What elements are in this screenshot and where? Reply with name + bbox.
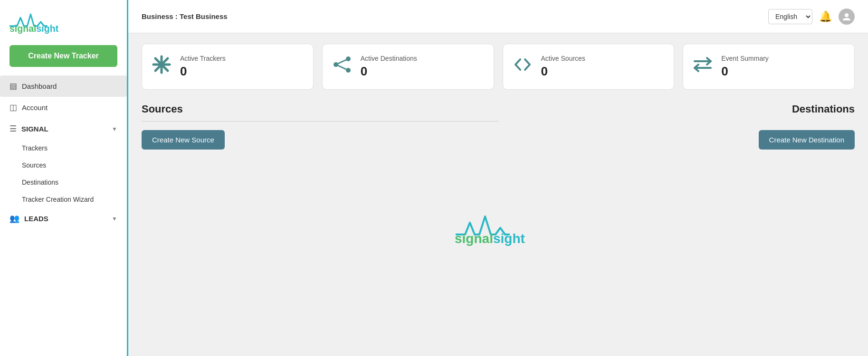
sidebar: signalsight Create New Tracker ▤ Dashboa… [0, 0, 128, 356]
business-name: Test Business [180, 12, 228, 20]
sidebar-item-sources[interactable]: Sources [0, 157, 127, 174]
stat-info-trackers: Active Trackers 0 [180, 55, 226, 79]
destinations-title: Destinations [792, 103, 855, 115]
stats-row: Active Trackers 0 Active Destinations 0 [128, 33, 868, 98]
transfer-icon [693, 55, 713, 79]
sources-divider [142, 121, 498, 122]
monitor-icon: ◫ [10, 103, 17, 112]
menu-icon: ☰ [10, 124, 17, 134]
logo-area: signalsight [0, 0, 127, 41]
bar-chart-icon: ▤ [10, 81, 17, 91]
stat-label-trackers: Active Trackers [180, 55, 226, 62]
svg-line-9 [336, 59, 348, 65]
chevron-down-icon-leads: ▼ [112, 215, 117, 222]
sources-title: Sources [142, 103, 498, 115]
business-info: Business : Test Business [142, 12, 228, 20]
sidebar-item-tracker-wizard[interactable]: Tracker Creation Wizard [0, 191, 127, 208]
user-avatar[interactable] [839, 9, 855, 25]
stat-card-event-summary: Event Summary 0 [683, 44, 855, 90]
code-icon [513, 55, 533, 79]
header: Business : Test Business English Spanish… [128, 0, 868, 33]
notification-bell-icon[interactable]: 🔔 [819, 10, 832, 23]
sidebar-item-account[interactable]: ◫ Account [0, 97, 127, 118]
sidebar-item-destinations[interactable]: Destinations [0, 174, 127, 191]
stat-value-event-summary: 0 [721, 64, 769, 79]
destinations-section: Destinations Create New Destination [498, 103, 855, 347]
svg-text:signalsight: signalsight [455, 231, 525, 246]
svg-text:signalsight: signalsight [10, 23, 59, 34]
sidebar-item-dashboard[interactable]: ▤ Dashboard [0, 75, 127, 97]
svg-line-10 [336, 65, 348, 70]
people-icon: 👥 [10, 214, 19, 224]
logo: signalsight [10, 9, 86, 35]
stat-value-trackers: 0 [180, 64, 226, 79]
create-source-button[interactable]: Create New Source [142, 130, 225, 150]
stat-info-sources: Active Sources 0 [541, 55, 585, 79]
create-destination-button[interactable]: Create New Destination [759, 130, 855, 150]
share-icon [332, 55, 352, 79]
stat-value-destinations: 0 [361, 64, 417, 79]
sidebar-item-trackers[interactable]: Trackers [0, 140, 127, 157]
business-label: Business : [142, 12, 178, 20]
asterisk-icon [152, 55, 172, 79]
stat-value-sources: 0 [541, 64, 585, 79]
sidebar-item-signal[interactable]: ☰ SIGNAL ▼ [0, 118, 127, 140]
stat-label-destinations: Active Destinations [361, 55, 417, 62]
create-tracker-button[interactable]: Create New Tracker [10, 45, 117, 67]
content-area: Sources Create New Source signalsight De… [128, 98, 868, 356]
header-right: English Spanish French 🔔 [768, 9, 855, 25]
sources-section: Sources Create New Source [142, 103, 498, 347]
chevron-down-icon: ▼ [112, 126, 117, 132]
stat-label-event-summary: Event Summary [721, 55, 769, 62]
language-select[interactable]: English Spanish French [768, 9, 812, 24]
svg-point-1 [845, 13, 849, 17]
stat-card-active-trackers: Active Trackers 0 [142, 44, 314, 90]
stat-card-active-sources: Active Sources 0 [503, 44, 675, 90]
stat-label-sources: Active Sources [541, 55, 585, 62]
stat-card-active-destinations: Active Destinations 0 [322, 44, 494, 90]
stat-info-destinations: Active Destinations 0 [361, 55, 417, 79]
stat-info-event-summary: Event Summary 0 [721, 55, 769, 79]
main-content: Business : Test Business English Spanish… [128, 0, 868, 356]
center-logo: signalsight [451, 208, 546, 246]
sidebar-item-leads[interactable]: 👥 LEADS ▼ [0, 208, 127, 229]
